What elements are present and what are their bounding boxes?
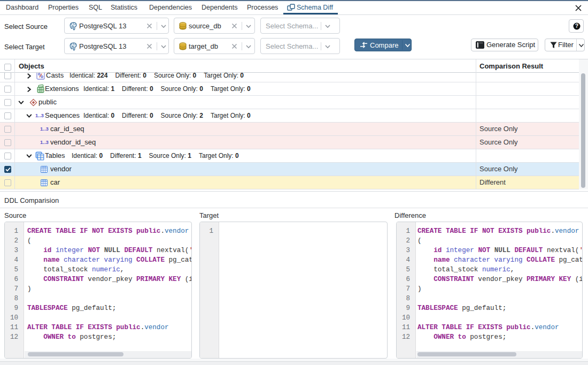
svg-text:?: ? — [575, 22, 578, 29]
